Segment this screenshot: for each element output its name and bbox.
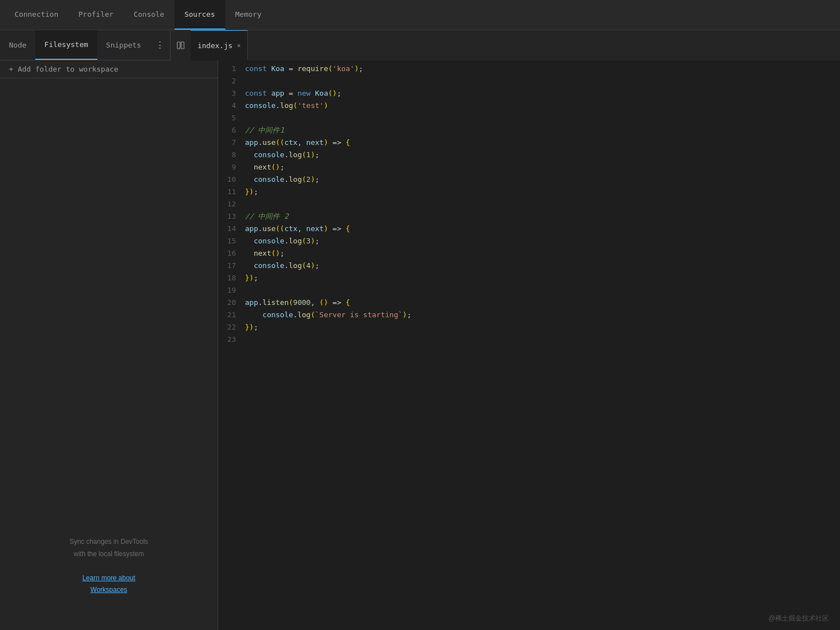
sidebar-info: Sync changes in DevTools with the local … <box>0 536 218 596</box>
file-tab-bar: index.js × <box>171 30 840 60</box>
main-layout: + Add folder to workspace Sync changes i… <box>0 60 840 630</box>
code-line-11: 11 }); <box>218 186 840 198</box>
code-line-18: 18 }); <box>218 272 840 284</box>
code-line-2: 2 <box>218 75 840 87</box>
svg-rect-0 <box>177 42 180 49</box>
code-line-3: 3 const app = new Koa(); <box>218 87 840 100</box>
code-line-13: 13 // 中间件 2 <box>218 210 840 223</box>
tab-snippets[interactable]: Snippets <box>97 30 150 60</box>
nav-tab-sources[interactable]: Sources <box>174 0 225 30</box>
code-line-10: 10 console.log(2); <box>218 173 840 186</box>
sidebar: + Add folder to workspace Sync changes i… <box>0 60 218 630</box>
svg-rect-1 <box>181 42 184 49</box>
code-line-8: 8 console.log(1); <box>218 149 840 161</box>
code-line-21: 21 console.log(`Server is starting`); <box>218 309 840 321</box>
add-folder-button[interactable]: + Add folder to workspace <box>0 60 218 78</box>
nav-tab-connection[interactable]: Connection <box>4 0 68 30</box>
second-toolbar: Node Filesystem Snippets ⋮ index.js × <box>0 30 840 60</box>
sync-text-1: Sync changes in DevTools <box>69 538 148 546</box>
code-line-20: 20 app.listen(9000, () => { <box>218 297 840 309</box>
code-line-14: 14 app.use((ctx, next) => { <box>218 223 840 235</box>
panel-icon-button[interactable] <box>171 30 191 60</box>
workspaces-link[interactable]: Workspaces <box>0 584 218 596</box>
tab-node[interactable]: Node <box>0 30 35 60</box>
code-line-23: 23 <box>218 333 840 346</box>
watermark: @稀土掘金技术社区 <box>768 614 829 623</box>
code-line-12: 12 <box>218 198 840 210</box>
tab-filesystem[interactable]: Filesystem <box>35 30 97 60</box>
code-line-16: 16 next(); <box>218 247 840 260</box>
code-line-1: 1 const Koa = require('koa'); <box>218 63 840 75</box>
top-nav: Connection Profiler Console Sources Memo… <box>0 0 840 30</box>
code-editor: 1 const Koa = require('koa'); 2 3 const … <box>218 60 840 348</box>
file-tab-name: index.js <box>197 41 233 50</box>
code-line-15: 15 console.log(3); <box>218 235 840 247</box>
code-line-7: 7 app.use((ctx, next) => { <box>218 137 840 149</box>
file-tab-close-button[interactable]: × <box>237 42 241 49</box>
sync-text-2: with the local filesystem <box>73 550 144 558</box>
nav-tab-console[interactable]: Console <box>124 0 174 30</box>
learn-more-link[interactable]: Learn more about <box>0 572 218 585</box>
nav-tab-memory[interactable]: Memory <box>225 0 272 30</box>
code-line-5: 5 <box>218 112 840 124</box>
code-line-17: 17 console.log(4); <box>218 260 840 272</box>
file-tab-index-js[interactable]: index.js × <box>191 30 248 60</box>
code-line-4: 4 console.log('test') <box>218 100 840 112</box>
code-line-19: 19 <box>218 284 840 297</box>
code-line-9: 9 next(); <box>218 161 840 173</box>
code-line-22: 22 }); <box>218 321 840 333</box>
code-line-6: 6 // 中间件1 <box>218 124 840 137</box>
nav-tab-profiler[interactable]: Profiler <box>68 0 124 30</box>
code-editor-area[interactable]: 1 const Koa = require('koa'); 2 3 const … <box>218 60 840 630</box>
more-options-button[interactable]: ⋮ <box>150 30 170 60</box>
